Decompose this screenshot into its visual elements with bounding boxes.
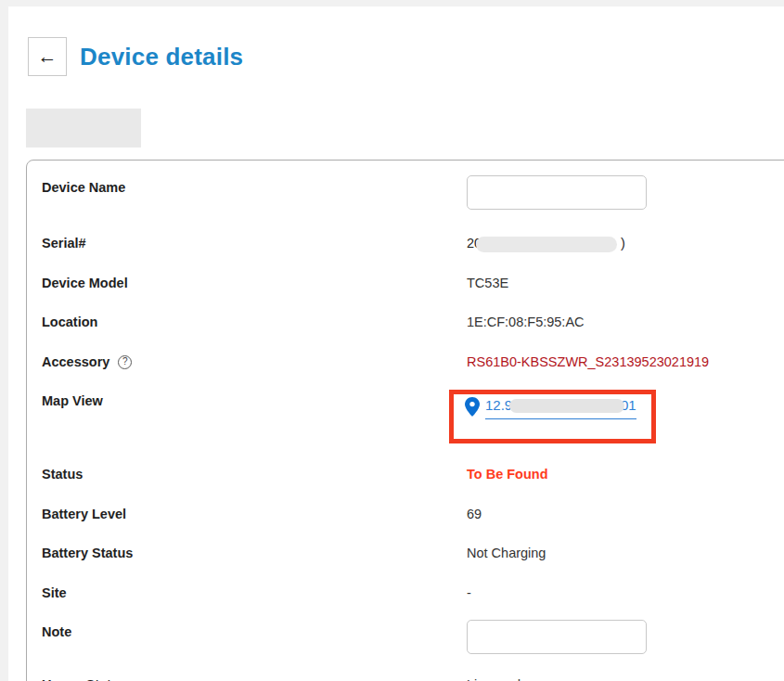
redaction-overlay [476, 237, 617, 252]
back-arrow-icon: ← [38, 45, 58, 68]
location-value: 1E:CF:08:F5:95:AC [467, 313, 585, 331]
location-pin-icon [465, 397, 480, 417]
serial-label: Serial# [42, 234, 86, 252]
battery-status-label: Battery Status [42, 544, 133, 562]
redaction-overlay [509, 399, 624, 413]
device-model-label: Device Model [42, 274, 128, 292]
battery-status-value: Not Charging [467, 544, 546, 562]
status-badge: To Be Found [467, 465, 548, 483]
device-name-label: Device Name [42, 178, 125, 197]
actions-toolbar: Actions [26, 109, 141, 148]
map-view-label: Map View [42, 392, 103, 410]
accessory-label: Accessory ? [42, 353, 132, 371]
window-edge-left [0, 0, 8, 681]
battery-level-value: 69 [467, 505, 482, 523]
help-icon[interactable]: ? [118, 355, 132, 369]
device-name-input[interactable] [467, 175, 647, 210]
location-label: Location [42, 313, 97, 331]
window-edge-top [0, 0, 784, 6]
device-details-panel: Device Name Serial# 20242525B0026 ) Devi… [26, 160, 784, 681]
usage-status-value: Licensed [467, 675, 521, 681]
note-input[interactable] [467, 620, 647, 654]
map-view-link-block: 12.9004631,77.5606001 [465, 396, 636, 419]
serial-value: 20242525B0026 ) [467, 234, 565, 252]
page-title: Device details [80, 43, 243, 71]
map-coordinates-link[interactable]: 12.9004631,77.5606001 [485, 396, 636, 419]
site-value: - [467, 584, 471, 602]
note-label: Note [42, 623, 71, 641]
back-button[interactable]: ← [28, 37, 67, 76]
usage-status-label: Usage Status [42, 675, 127, 681]
accessory-value: RS61B0-KBSSZWR_S23139523021919 [467, 353, 709, 371]
site-label: Site [42, 584, 67, 602]
battery-level-label: Battery Level [42, 505, 126, 523]
serial-redacted-value: 20242525B0026 ) [467, 234, 565, 252]
device-model-value: TC53E [467, 274, 508, 292]
status-label: Status [42, 465, 83, 483]
